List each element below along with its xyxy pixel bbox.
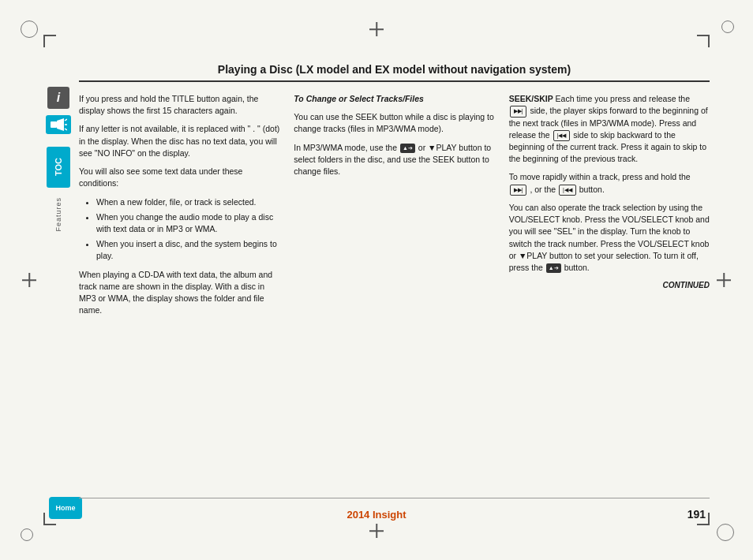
col3-p3: You can also operate the track selection… xyxy=(509,202,710,274)
continued-text: CONTINUED xyxy=(509,280,710,292)
seek-fwd-icon2 xyxy=(510,185,527,196)
col3-p1: SEEK/SKIP Each time you press and releas… xyxy=(509,93,710,165)
features-label: Features xyxy=(54,197,62,232)
bullet-item: When you insert a disc, and the system b… xyxy=(96,238,279,262)
crosshair-top xyxy=(369,22,384,36)
home-button[interactable]: Home xyxy=(49,497,82,519)
col1-p3: You will also see some text data under t… xyxy=(79,166,279,189)
page-number: 191 xyxy=(687,508,706,521)
reg-mark-tr xyxy=(721,21,732,32)
col2-p1: You can use the SEEK button while a disc… xyxy=(294,111,494,135)
columns: If you press and hold the TITLE button a… xyxy=(79,93,710,323)
svg-line-4 xyxy=(65,129,67,130)
bullet-item: When a new folder, file, or track is sel… xyxy=(96,196,279,208)
bullet-item: When you change the audio mode to play a… xyxy=(96,211,279,235)
page-title: Playing a Disc (LX model and EX model wi… xyxy=(79,63,710,82)
sidebar: i TOC Features xyxy=(43,87,73,497)
seek-forward-icon xyxy=(510,106,527,117)
column-2: To Change or Select Tracks/Files You can… xyxy=(294,93,494,323)
info-icon: i xyxy=(47,87,69,109)
col1-p1: If you press and hold the TITLE button a… xyxy=(79,93,279,117)
bottom-divider xyxy=(79,498,710,498)
main-content: Playing a Disc (LX model and EX model wi… xyxy=(79,63,710,497)
crosshair-right xyxy=(717,273,731,287)
up-arrow-icon2: ▲➔ xyxy=(546,263,561,273)
corner-bracket-tr xyxy=(697,35,710,47)
column-3: SEEK/SKIP Each time you press and releas… xyxy=(509,93,710,323)
corner-bracket-tl xyxy=(43,35,56,47)
seek-bwd-icon2 xyxy=(559,185,576,196)
reg-mark-br xyxy=(717,524,732,539)
col1-p2: If any letter is not available, it is re… xyxy=(79,123,279,159)
center-page-label: 2014 Insight xyxy=(347,509,406,521)
col3-p2: To move rapidly within a track, press an… xyxy=(509,171,710,196)
toc-label: TOC xyxy=(54,158,63,176)
reg-mark-tl xyxy=(21,21,36,36)
up-arrow-icon: ▲➔ xyxy=(400,144,415,153)
seek-backward-icon xyxy=(553,130,571,141)
svg-marker-1 xyxy=(57,118,64,131)
crosshair-bottom xyxy=(369,524,384,538)
col1-p4: When playing a CD-DA with text data, the… xyxy=(79,269,279,317)
col2-heading: To Change or Select Tracks/Files xyxy=(294,93,494,105)
svg-line-2 xyxy=(65,119,67,121)
crosshair-left xyxy=(22,273,36,287)
col2-p2: In MP3/WMA mode, use the ▲➔ or ▼PLAY but… xyxy=(294,142,494,178)
reg-mark-bl xyxy=(21,528,32,539)
column-1: If you press and hold the TITLE button a… xyxy=(79,93,279,323)
home-label: Home xyxy=(55,504,75,512)
toc-badge[interactable]: TOC xyxy=(47,147,70,188)
page: i TOC Features Home Playing a Disc (LX m… xyxy=(0,0,753,560)
svg-rect-0 xyxy=(51,121,57,128)
col1-bullets: When a new folder, file, or track is sel… xyxy=(87,196,279,263)
audio-icon xyxy=(46,115,71,134)
